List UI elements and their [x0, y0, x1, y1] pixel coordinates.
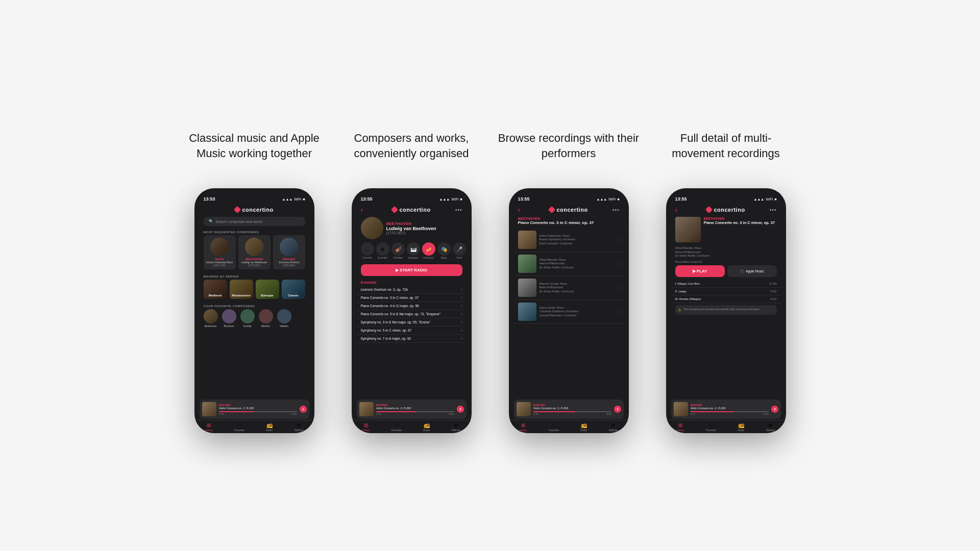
tab-favorites-2[interactable]: ♡ Favorites	[391, 422, 402, 432]
work-item-1[interactable]: Piano Concerto no. 3 in C minor, op. 37 …	[357, 294, 467, 302]
rec-name-1: Alfred Brendel,	[540, 258, 559, 261]
np-pause-btn-2[interactable]: ⏸	[457, 406, 464, 413]
tab-radio-4[interactable]: 📻 Radio	[738, 422, 744, 432]
logo-diamond-3	[548, 206, 555, 213]
recording-0[interactable]: Arthur Rubinstein, Piano Boston Symphony…	[514, 228, 624, 252]
work-chevron-3: ›	[461, 312, 462, 316]
status-bar-3: 13:55 ▲▲▲ WiFi ■	[514, 195, 624, 203]
cat-orchestral[interactable]: 🎺 Orchestral	[422, 242, 435, 259]
np-controls-1: ⏸	[300, 406, 307, 413]
work-title-1: Piano Concerto no. 3 in C minor, op. 37	[361, 296, 461, 299]
cat-stage[interactable]: 🎭 Stage	[437, 242, 451, 259]
fav-beethoven[interactable]: Beethoven	[204, 309, 218, 328]
work-item-2[interactable]: Piano Concerto no. 4 in G major, op. 58 …	[357, 302, 467, 310]
detail-work-title-4: Piano Concerto no. 3 in C minor, op. 37	[704, 220, 777, 226]
battery-icon: ■	[303, 197, 305, 201]
fav-dvorak[interactable]: Dvořák	[240, 309, 255, 328]
fav-bruckner-name: Bruckner	[224, 324, 234, 328]
tab-radio-1[interactable]: 📻 Radio	[266, 422, 273, 432]
rec-conductor-3: Leonard Bernstein,	[540, 314, 564, 317]
work-item-0[interactable]: Leonore Overture no. 3, op. 72b ›	[357, 286, 467, 294]
period-medieval[interactable]: Medieval	[204, 280, 227, 299]
back-btn-3[interactable]: ‹	[518, 206, 521, 214]
settings-label-3: Settings	[608, 429, 618, 432]
more-btn-4[interactable]: •••	[770, 207, 777, 213]
wifi-icon-2: WiFi	[451, 197, 458, 201]
np-pause-btn-4[interactable]: ⏸	[771, 406, 778, 413]
tab-settings-2[interactable]: ⚙ Settings	[451, 422, 460, 432]
battery-icon-2: ■	[460, 197, 462, 201]
play-large-btn[interactable]: ▶ PLAY	[675, 265, 725, 277]
work-chevron-4: ›	[461, 320, 462, 324]
tab-radio-2[interactable]: 📻 Radio	[423, 422, 430, 432]
tab-settings-4[interactable]: ⚙ Settings	[766, 422, 775, 432]
period-renaissance[interactable]: Renaissance	[230, 280, 253, 299]
cat-favorites[interactable]: ♡ Favorites	[361, 242, 374, 259]
composer-bach[interactable]: BACH Johann Sebastian Bach (1685-1750)	[204, 235, 236, 269]
tab-favorites-1[interactable]: ♡ Favorites	[234, 422, 245, 432]
cat-vocal-label: Vocal	[456, 257, 462, 259]
movement-name-2: III: Rondo (Allegro)	[675, 297, 701, 300]
period-classic[interactable]: Classic	[282, 280, 305, 299]
tab-settings-1[interactable]: ⚙ Settings	[294, 422, 303, 432]
composer-hero-dates-2: (1770-1827)	[386, 231, 462, 235]
recording-1[interactable]: Alfred Brendel, Piano Vienna Philharmoni…	[514, 252, 624, 276]
settings-icon-3: ⚙	[611, 422, 616, 428]
composer-brahms[interactable]: BRAHMS Johannes Brahms (1833-1897)	[273, 235, 305, 269]
np-title-3: Violin Concerto no. 2, H.293	[533, 407, 611, 410]
tab-bar-1: ⊞ Library ♡ Favorites 📻 Radio ⚙ Settings	[194, 420, 314, 433]
cat-keyboard[interactable]: 🎹 Keyboard	[407, 242, 420, 259]
fav-bruckner[interactable]: Bruckner	[222, 309, 236, 328]
cat-keyboard-label: Keyboard	[408, 257, 418, 259]
now-playing-4[interactable]: MARTINŮ Violin Concerto no. 2, H.293 17:…	[671, 399, 781, 419]
apple-music-btn[interactable]: 🎵 Apple Music	[727, 265, 777, 277]
now-playing-1[interactable]: MARTINŮ Violin Concerto no. 2, H.293 15:…	[200, 399, 309, 419]
fav-nielsen[interactable]: Nielsen	[277, 309, 291, 328]
tab-library-2[interactable]: ⊞ Library	[362, 422, 370, 432]
cat-vocal[interactable]: 🎤 Vocal	[453, 242, 466, 259]
movement-2[interactable]: III: Rondo (Allegro) 9:15	[671, 295, 781, 303]
np-current-3: 17:40	[533, 413, 538, 415]
back-btn-2[interactable]: ‹	[361, 206, 363, 214]
cat-chamber[interactable]: 🎻 Chamber	[391, 242, 405, 259]
favorites-label-3: Favorites	[549, 429, 559, 432]
apple-music-label: Apple Music	[746, 269, 764, 273]
more-btn-2[interactable]: •••	[455, 207, 462, 213]
tab-favorites-3[interactable]: ♡ Favorites	[549, 422, 559, 432]
np-pause-btn-1[interactable]: ⏸	[300, 406, 307, 413]
recording-3[interactable]: Glenn Gould, Piano Columbia Symphony Orc…	[514, 300, 624, 324]
tab-library-1[interactable]: ⊞ Library	[205, 422, 212, 432]
start-radio-btn[interactable]: ▶ START RADIO	[361, 264, 462, 276]
work-item-3[interactable]: Piano Concerto no. 5 in E flat major, op…	[357, 310, 467, 318]
back-btn-4[interactable]: ‹	[675, 206, 678, 214]
movement-1[interactable]: II: Largo 9:52	[671, 288, 781, 295]
fav-martinu[interactable]: Martinů	[259, 309, 273, 328]
work-item-5[interactable]: Symphony no. 5 in C minor, op. 67 ›	[357, 327, 467, 335]
np-thumb-3	[517, 402, 531, 416]
phone-frame-1: 13:53 ▲▲▲ WiFi ■ concertino 🔍 Search com…	[194, 188, 314, 433]
now-playing-3[interactable]: MARTINŮ Violin Concerto no. 2, H.293 17:…	[514, 399, 624, 419]
work-item-6[interactable]: Symphony no. 7 in A major, op. 92 ›	[357, 335, 467, 343]
composer-beethoven[interactable]: BEETHOVEN Ludwig van Beethoven (1770-182…	[238, 235, 271, 269]
movement-0[interactable]: I: Allegro Con Brio 17:03	[671, 280, 781, 288]
tab-settings-3[interactable]: ⚙ Settings	[608, 422, 618, 432]
search-bar[interactable]: 🔍 Search composers and works	[204, 217, 305, 226]
work-title-5: Symphony no. 5 in C minor, op. 67	[361, 329, 461, 332]
tab-library-3[interactable]: ⊞ Library	[519, 422, 527, 432]
np-pause-btn-3[interactable]: ⏸	[614, 406, 621, 413]
tab-library-4[interactable]: ⊞ Library	[676, 422, 684, 432]
tab-favorites-4[interactable]: ♡ Favorites	[706, 422, 717, 432]
section-period-title: BROWSE BY PERIOD	[200, 272, 309, 280]
status-time-4: 13:55	[675, 196, 687, 202]
period-baroque[interactable]: Baroque	[256, 280, 279, 299]
cat-essential[interactable]: ★ Essential	[376, 242, 389, 259]
search-placeholder: Search composers and works	[216, 220, 263, 223]
tab-radio-3[interactable]: 📻 Radio	[580, 422, 587, 432]
settings-icon-1: ⚙	[297, 422, 301, 428]
work-item-4[interactable]: Symphony no. 3 in E flat major, op. 55, …	[357, 318, 467, 327]
recording-2[interactable]: Mitsuko Uchida, Piano Berlin Philharmoni…	[514, 276, 624, 300]
period-baroque-label: Baroque	[261, 294, 273, 297]
more-btn-3[interactable]: •••	[612, 207, 620, 213]
work-chevron-1: ›	[461, 296, 462, 299]
now-playing-2[interactable]: MARTINŮ Violin Concerto no. 2, H.293 17:…	[357, 399, 467, 419]
